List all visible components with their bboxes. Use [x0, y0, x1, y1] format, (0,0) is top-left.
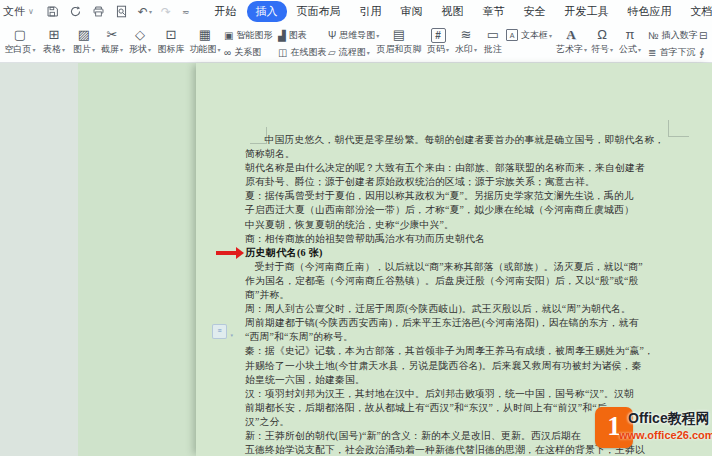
ribbon-label: 公式▾ — [616, 44, 644, 56]
table-icon: ⊞ — [40, 26, 68, 43]
export-icon[interactable] — [69, 5, 83, 19]
dropdown-icon: ▾ — [638, 47, 641, 53]
redo-button[interactable]: ↷ — [161, 5, 171, 19]
doc-line: 新：王莽所创的朝代(国号)“新”的含义：新的本义是改旧、更新。西汉后期在 — [245, 429, 653, 443]
ribbon-formula-button[interactable]: π公式▾ — [616, 26, 644, 56]
office26-logo-title: Office教程网 — [628, 410, 710, 428]
ribbon-drop-cap-button[interactable]: ≣首字下沉 — [648, 45, 695, 59]
doc-line: 子启西迁大夏（山西南部汾浍一带）后，才称“夏”，姒少康在纶城（今河南商丘虞城西） — [245, 203, 653, 217]
ribbon-header-footer-button[interactable]: ▤页眉和页脚 — [374, 26, 424, 55]
ribbon-label: 思维导图 — [339, 29, 375, 42]
ribbon-label: 截屏▾ — [98, 44, 126, 56]
drop-cap-icon: ≣ — [648, 47, 656, 58]
tab-references[interactable]: 引用 — [351, 1, 391, 22]
print-icon[interactable] — [92, 5, 106, 19]
chart-icon: ▟ — [278, 30, 286, 41]
ribbon-comment-button[interactable]: ▭批注 — [480, 26, 506, 55]
dropdown-icon: ▾ — [446, 47, 449, 53]
tab-review[interactable]: 审阅 — [392, 1, 432, 22]
ribbon-screenshot-button[interactable]: ✂截屏▾ — [98, 26, 126, 56]
shapes-icon: ◇ — [126, 26, 154, 43]
ribbon-label: 艺术字▾ — [556, 44, 586, 56]
formula-icon: π — [616, 26, 644, 43]
file-menu[interactable]: 文件 ∨ — [3, 4, 34, 19]
tab-insert[interactable]: 插入 — [247, 1, 287, 22]
ribbon-attachment-button[interactable]: ∮ — [699, 45, 707, 59]
doc-line: 受封于商（今河南商丘南），以后就以“商”来称其部落（或部族）。汤灭夏后，就以“商… — [245, 260, 653, 274]
ribbon-label: 智能图形 — [236, 29, 272, 42]
screenshot-icon: ✂ — [98, 26, 126, 43]
tab-section[interactable]: 章节 — [474, 1, 514, 22]
ribbon-smartart-button[interactable]: ▣智能图形 — [224, 28, 272, 42]
tab-special-apps[interactable]: 特色应用 — [619, 1, 681, 22]
ribbon-label: 页眉和页脚 — [374, 44, 424, 55]
attachment-icon: ∮ — [699, 47, 704, 58]
ribbon-insert-number-button[interactable]: №插入数字 — [648, 28, 698, 42]
tab-page-layout[interactable]: 页面布局 — [288, 1, 350, 22]
paste-options-dropdown-icon: ▾ — [230, 329, 233, 341]
ribbon-label: 批注 — [480, 44, 506, 55]
mindmap-icon: Ψ — [328, 30, 336, 41]
ribbon-label: 符号▾ — [588, 44, 616, 56]
doc-line: 作为国名，定都亳（今河南商丘谷熟镇）。后盘庚迁殷（今河南安阳）后，又以“殷”或“… — [245, 274, 653, 288]
dropdown-icon: ▾ — [32, 47, 35, 53]
ribbon-wordart-button[interactable]: A艺术字▾ — [556, 26, 586, 56]
ribbon-function-diagram-button[interactable]: ▦功能图▾ — [188, 26, 222, 56]
ribbon-mindmap-button[interactable]: Ψ思维导图▾ — [328, 28, 379, 42]
tab-view[interactable]: 视图 — [433, 1, 473, 22]
ribbon-chart-button[interactable]: ▟图表 — [278, 28, 307, 42]
save-icon[interactable] — [46, 5, 60, 19]
file-menu-label: 文件 — [3, 4, 25, 19]
doc-heading-line: 历史朝代名(6 张) — [245, 246, 653, 260]
doc-line: 始皇统一六国，始建秦国。 — [245, 373, 653, 387]
print-preview-icon[interactable] — [115, 5, 129, 19]
tab-doc-assistant[interactable]: 文档助手 — [682, 1, 712, 22]
text-box-icon: A — [506, 29, 518, 41]
doc-line: 周：周人到古公亶父时，迁居于周原(今陕西岐山)。武王灭殷以后，就以“周”为朝代名… — [245, 302, 653, 316]
ribbon-label: 表格▾ — [40, 44, 68, 56]
chevron-down-icon: ∨ — [28, 7, 34, 16]
ribbon-label: 图标库 — [156, 44, 186, 55]
ribbon-table-button[interactable]: ⊞表格▾ — [40, 26, 68, 56]
doc-line: 汉：项羽封刘邦为汉王，其封地在汉中。后刘邦击败项羽，统一中国，国号称“汉”。汉朝 — [245, 387, 653, 401]
ribbon-label: 图片▾ — [70, 44, 98, 56]
dropdown-icon: ▾ — [549, 32, 552, 39]
undo-dropdown-icon[interactable]: ▾ — [149, 8, 152, 15]
dropdown-icon: ▾ — [120, 47, 123, 53]
undo-button[interactable]: ↶▾ — [138, 5, 152, 19]
ribbon-flowchart-button[interactable]: ▱流程图▾ — [328, 45, 370, 59]
doc-line: 朝代名称是由什么决定的呢？大致有五个来由：由部族、部落联盟的名称而来，来自创建者 — [245, 161, 653, 175]
header-footer-icon: ▤ — [374, 26, 424, 43]
ribbon-relation-diagram-button[interactable]: ∞关系图 — [224, 45, 261, 59]
customize-toolbar-icon[interactable]: ≂ — [182, 7, 190, 17]
ribbon-label: 流程图 — [339, 46, 366, 59]
flowchart-icon: ▱ — [328, 47, 336, 58]
ribbon-label: 形状▾ — [126, 44, 154, 56]
ribbon: ▢空白页▾⊞表格▾▨图片▾✂截屏▾◇形状▾⊡图标库▦功能图▾▤页眉和页脚#页码▾… — [0, 23, 712, 63]
dropdown-icon: ▾ — [610, 47, 613, 53]
dropdown-icon: ▾ — [584, 47, 587, 53]
ribbon-shapes-button[interactable]: ◇形状▾ — [126, 26, 154, 56]
ribbon-label: 空白页▾ — [2, 44, 38, 56]
tab-security[interactable]: 安全 — [515, 1, 555, 22]
ribbon-blank-page-button[interactable]: ▢空白页▾ — [2, 26, 38, 56]
workspace: 中国历史悠久，朝代更是零星纷繁。每朝的创建者要首办的事就是确立国号，即朝代名称，… — [0, 63, 712, 456]
icon-library-icon: ⊡ — [156, 26, 186, 43]
ribbon-watermark-button[interactable]: ≋水印▾ — [452, 26, 480, 56]
online-chart-icon: ◫ — [278, 47, 287, 58]
picture-icon: ▨ — [70, 26, 98, 43]
tab-dev-tools[interactable]: 开发工具 — [556, 1, 618, 22]
ribbon-page-number-button[interactable]: #页码▾ — [424, 26, 452, 56]
ribbon-text-box-button[interactable]: A文本框▾ — [506, 28, 552, 42]
doc-line: 汉”之分。 — [245, 415, 653, 429]
paste-options-button[interactable]: ≡▾ — [212, 324, 227, 339]
ribbon-symbol-button[interactable]: Ω符号▾ — [588, 26, 616, 56]
ribbon-icon-library-button[interactable]: ⊡图标库 — [156, 26, 186, 55]
tab-home[interactable]: 开始 — [206, 1, 246, 22]
doc-line: 简称朝名。 — [245, 147, 653, 161]
ribbon-picture-button[interactable]: ▨图片▾ — [70, 26, 98, 56]
smartart-icon: ▣ — [224, 30, 233, 41]
ribbon-label: 页码▾ — [424, 44, 452, 56]
ribbon-object-button[interactable]: ⊟ — [699, 28, 710, 42]
ribbon-online-chart-button[interactable]: ◫在线图表 — [278, 45, 326, 59]
